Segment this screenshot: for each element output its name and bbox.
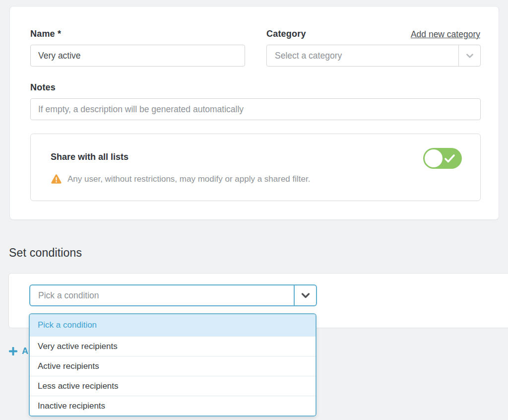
add-new-category-link[interactable]: Add new category (411, 29, 480, 40)
dropdown-option-pick-a-condition[interactable]: Pick a condition (30, 314, 316, 336)
dropdown-option-active-recipients[interactable]: Active recipients (30, 356, 316, 376)
name-input[interactable] (30, 45, 245, 67)
category-select-placeholder: Select a category (267, 45, 458, 66)
share-toggle[interactable] (423, 148, 462, 169)
dropdown-option-inactive-recipients[interactable]: Inactive recipients (30, 396, 316, 416)
name-label: Name * (30, 29, 61, 39)
toggle-knob (425, 149, 443, 167)
chevron-down-icon[interactable] (294, 285, 316, 305)
dropdown-option-less-active-recipients[interactable]: Less active recipients (30, 376, 316, 396)
share-warning-row: Any user, without restrictions, may modi… (51, 174, 310, 184)
share-warning-text: Any user, without restrictions, may modi… (67, 174, 310, 184)
category-select[interactable]: Select a category (266, 45, 481, 67)
condition-select[interactable]: Pick a condition (29, 284, 317, 306)
share-with-all-lists-label: Share with all lists (51, 152, 128, 162)
segment-filter-page: { "form": { "name": { "label": "Name *",… (0, 0, 508, 420)
filter-details-card: Name * Category Add new category Select … (9, 6, 499, 220)
share-box: Share with all lists Any user, without r… (30, 134, 481, 201)
dropdown-option-very-active-recipients[interactable]: Very active recipients (30, 336, 316, 356)
notes-input[interactable] (30, 98, 481, 120)
plus-icon (9, 347, 17, 355)
notes-label: Notes (30, 82, 56, 93)
condition-select-placeholder: Pick a condition (30, 285, 294, 305)
condition-dropdown-list: Pick a condition Very active recipients … (29, 313, 317, 417)
category-label: Category (266, 29, 306, 39)
chevron-down-icon[interactable] (458, 45, 480, 66)
check-icon (444, 153, 456, 164)
set-conditions-heading: Set conditions (9, 246, 82, 260)
warning-icon (51, 174, 62, 184)
